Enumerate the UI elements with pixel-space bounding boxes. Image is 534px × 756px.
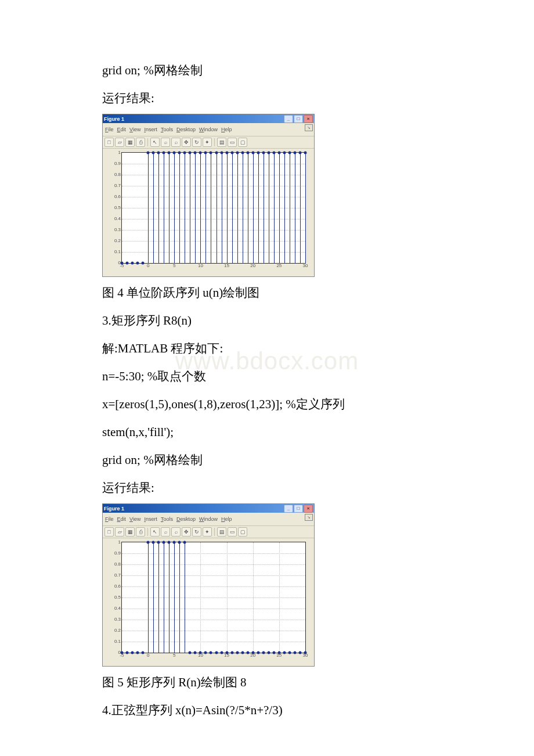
menu-help[interactable]: Help [221, 124, 232, 135]
close-button[interactable]: × [304, 115, 313, 123]
maximize-button[interactable]: □ [294, 505, 303, 513]
stem [237, 153, 238, 263]
dock-toggle[interactable]: ↘ [305, 124, 313, 131]
menu-desktop[interactable]: Desktop [176, 124, 196, 135]
rotate-icon[interactable]: ↻ [192, 527, 201, 537]
y-tick-label: 0.9 [108, 549, 121, 558]
zoom-in-icon[interactable]: ⌕ [161, 138, 170, 147]
marker [194, 651, 197, 654]
menu-help[interactable]: Help [221, 514, 232, 524]
open-icon[interactable]: ▱ [115, 138, 124, 147]
menu-file[interactable]: File [105, 514, 114, 524]
marker [246, 651, 249, 654]
gridline [122, 164, 305, 164]
marker [293, 152, 296, 154]
stem [284, 153, 285, 263]
marker [136, 651, 139, 654]
marker [194, 152, 197, 154]
y-tick-label: 0.8 [108, 170, 121, 179]
stem [153, 542, 154, 653]
minimize-button[interactable]: _ [284, 505, 293, 513]
marker [251, 651, 254, 654]
new-file-icon[interactable]: □ [104, 527, 114, 537]
marker [152, 152, 155, 154]
y-tick-label: 0.2 [108, 236, 121, 246]
stem [258, 153, 259, 263]
code-line: n=-5:30; %取点个数 [102, 364, 432, 388]
maximize-button[interactable]: □ [294, 115, 303, 123]
menu-window[interactable]: Window [199, 124, 218, 135]
y-tick-label: 0.4 [108, 214, 121, 224]
zoom-out-icon[interactable]: ⌕ [171, 138, 181, 147]
marker [304, 651, 307, 654]
marker [183, 152, 186, 154]
menu-view[interactable]: View [129, 124, 140, 135]
marker [173, 541, 176, 544]
stem [205, 153, 206, 263]
minimize-button[interactable]: _ [284, 115, 293, 123]
dock-toggle[interactable]: ↘ [305, 514, 313, 521]
data-cursor-icon[interactable]: ✦ [203, 527, 212, 537]
stem [264, 153, 264, 263]
marker [163, 152, 165, 154]
marker [199, 152, 202, 154]
marker [173, 152, 176, 154]
menu-window[interactable]: Window [199, 514, 218, 524]
axes: 00.10.20.30.40.50.60.70.80.91-5051015202… [121, 152, 306, 264]
gridline [122, 620, 305, 620]
legend-icon[interactable]: ▭ [228, 138, 237, 147]
marker [272, 152, 275, 154]
marker [225, 152, 228, 154]
hide-icon[interactable]: ▢ [238, 527, 247, 537]
gridline [122, 186, 305, 186]
gridline [122, 230, 305, 231]
menu-insert[interactable]: Insert [144, 124, 157, 135]
pointer-icon[interactable]: ↖ [150, 527, 160, 537]
close-button[interactable]: × [304, 505, 313, 513]
data-cursor-icon[interactable]: ✦ [203, 138, 212, 147]
y-tick-label: 0.6 [108, 192, 121, 201]
stem [158, 153, 159, 263]
save-icon[interactable]: ▦ [125, 527, 135, 537]
pointer-icon[interactable]: ↖ [150, 138, 160, 147]
marker [262, 152, 265, 154]
menubar: FileEditViewInsertToolsDesktopWindowHelp [103, 123, 314, 136]
y-tick-label: 1 [108, 538, 121, 547]
rotate-icon[interactable]: ↻ [192, 138, 201, 147]
window-title: Figure 1 [104, 114, 284, 124]
section-4-title: 4.正弦型序列 x(n)=Asin(?/5*n+?/3) [102, 698, 432, 722]
open-icon[interactable]: ▱ [115, 527, 124, 537]
menu-edit[interactable]: Edit [117, 514, 127, 524]
figure4: Figure 1_□×↘FileEditViewInsertToolsDeskt… [102, 114, 315, 277]
menu-edit[interactable]: Edit [117, 124, 127, 135]
marker [257, 152, 259, 154]
marker [288, 651, 291, 654]
marker [121, 262, 124, 265]
print-icon[interactable]: ⎙ [136, 527, 145, 537]
pan-icon[interactable]: ✥ [182, 527, 191, 537]
hide-icon[interactable]: ▢ [238, 138, 247, 147]
menu-file[interactable]: File [105, 124, 114, 135]
menu-tools[interactable]: Tools [161, 514, 173, 524]
gridline [122, 564, 305, 565]
zoom-in-icon[interactable]: ⌕ [161, 527, 170, 537]
print-icon[interactable]: ⎙ [136, 138, 145, 147]
marker [163, 541, 165, 544]
stem [300, 153, 301, 263]
marker [267, 152, 270, 154]
pan-icon[interactable]: ✥ [182, 138, 191, 147]
menu-view[interactable]: View [129, 514, 140, 524]
marker [298, 152, 301, 154]
save-icon[interactable]: ▦ [125, 138, 135, 147]
colorbar-icon[interactable]: ▤ [217, 527, 226, 537]
colorbar-icon[interactable]: ▤ [217, 138, 226, 147]
gridline [122, 175, 305, 175]
zoom-out-icon[interactable]: ⌕ [171, 527, 181, 537]
new-file-icon[interactable]: □ [104, 138, 114, 147]
menu-insert[interactable]: Insert [144, 514, 157, 524]
marker [257, 651, 259, 654]
menu-tools[interactable]: Tools [161, 124, 173, 135]
legend-icon[interactable]: ▭ [228, 527, 237, 537]
menu-desktop[interactable]: Desktop [176, 514, 196, 524]
y-tick-label: 1 [108, 148, 121, 157]
